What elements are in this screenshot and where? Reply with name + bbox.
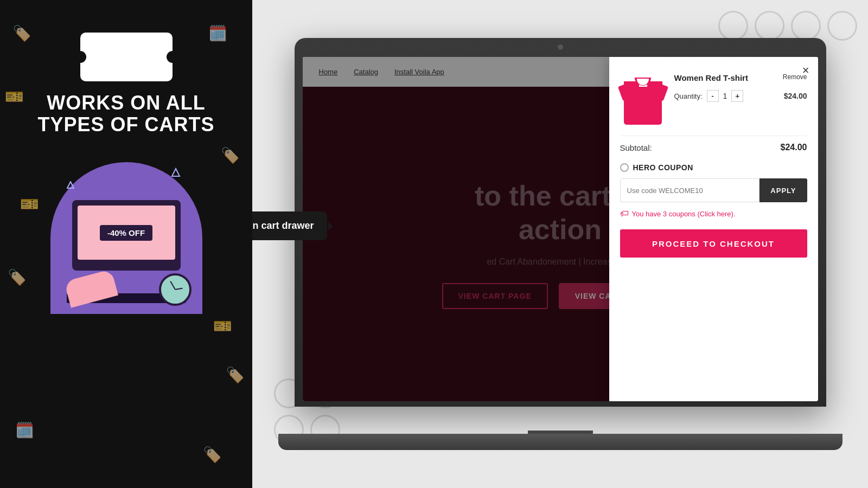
clock-icon [159,273,192,306]
bg-icon-5: 🏷️ [8,268,27,286]
quantity-label: Quantity: [674,92,703,100]
deco-circle-3 [791,11,821,41]
bg-icon-10: 🏷️ [226,366,245,384]
product-image [620,73,666,125]
deco-circle-2 [755,11,784,41]
svg-marker-0 [172,169,180,176]
product-name: Women Red T-shirt [674,73,748,82]
deco-triangle-1 [171,168,181,179]
quantity-row: Quantity: - 1 + $24.00 [674,90,807,102]
bg-icon-8: 🏷️ [203,446,222,464]
clock-hand-1 [170,281,176,290]
cart-drawer: × [609,57,818,401]
coupon-input[interactable] [620,178,760,202]
bg-icon-3: 🎫 [5,88,24,106]
coupons-text: You have 3 coupons (Click here). [632,210,736,218]
screen-overlay [303,57,609,401]
laptop-base [278,434,843,450]
apply-coupon-btn[interactable]: APPLY [760,178,807,202]
illustration: -40% OFF [50,151,202,314]
coupon-percent-symbol: % [113,41,138,73]
tshirt-illustration [620,73,666,125]
tooltip: Coupon on cart drawer [252,211,327,240]
deco-triangle-2 [67,181,74,191]
deco-circle-1 [718,11,748,41]
subtotal-row: Subtotal: $24.00 [620,143,807,152]
clock-hand-2 [175,288,182,290]
svg-marker-1 [67,182,74,188]
coupon-section: HERO COUPON APPLY 🏷 You have 3 coupons (… [620,163,807,219]
bg-icon-4: 🏷️ [221,146,240,164]
tshirt-body [624,87,662,125]
left-panel: 🏷️ 🗓️ 🎫 🏷️ 🏷️ 🎫 🗓️ 🏷️ 🎫 🏷️ % WORKS ON AL… [0,0,252,488]
quantity-minus-btn[interactable]: - [707,90,719,102]
hands-illustration [61,269,116,302]
product-price: $24.00 [784,92,807,100]
coupon-radio[interactable] [620,163,629,172]
laptop-camera [558,44,563,50]
quantity-value: 1 [723,92,727,100]
drawer-content: Women Red T-shirt Remove Quantity: - 1 +… [609,57,818,401]
tag-icon: 🏷 [620,209,629,219]
bg-icon-2: 🗓️ [208,24,227,42]
bg-icon-9: 🎫 [20,195,39,213]
coupon-input-row: APPLY [620,178,807,202]
heading-line1: WORKS ON ALL [47,92,206,114]
right-panel: Coupon on cart drawer Home Catalog Insta… [252,0,868,488]
product-info: Women Red T-shirt Remove Quantity: - 1 +… [674,73,807,102]
illus-screen: -40% OFF [78,206,175,260]
main-heading: WORKS ON ALL TYPES OF CARTS [37,92,214,135]
bg-icon-1: 🏷️ [12,24,31,42]
deco-circle-4 [827,11,857,41]
tooltip-text: Coupon on cart drawer [252,220,314,231]
drawer-close-button[interactable]: × [802,63,809,78]
laptop-mockup: Coupon on cart drawer Home Catalog Insta… [295,38,826,450]
checkout-btn[interactable]: PROCEED TO CHECKOUT [620,229,807,258]
laptop-outer: Home Catalog Install Voila App to the ca… [295,38,826,407]
subtotal-label: Subtotal: [620,143,652,152]
hero-coupon-text: HERO COUPON [633,163,693,172]
bg-icon-6: 🎫 [213,317,232,335]
hero-coupon-label: HERO COUPON [620,163,807,172]
heading-line2: TYPES OF CARTS [37,113,214,136]
discount-badge: -40% OFF [100,225,152,241]
product-row: Women Red T-shirt Remove Quantity: - 1 +… [620,73,807,125]
divider-1 [620,136,807,136]
coupons-available[interactable]: 🏷 You have 3 coupons (Click here). [620,209,807,219]
screen-area: Home Catalog Install Voila App to the ca… [303,57,818,401]
bg-icon-7: 🗓️ [15,421,34,439]
illus-laptop-body: -40% OFF [72,200,181,271]
subtotal-amount: $24.00 [781,143,807,152]
quantity-plus-btn[interactable]: + [731,90,743,102]
coupon-icon: % [80,33,173,81]
